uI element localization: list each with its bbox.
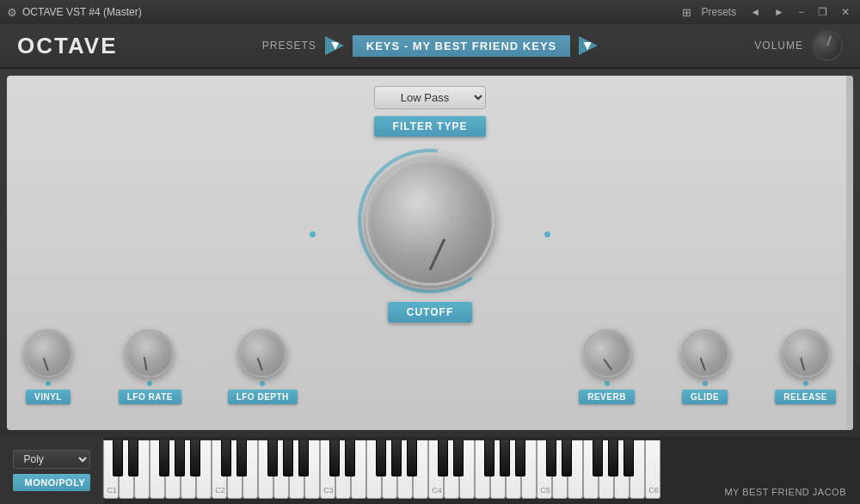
restore-button[interactable]: ❐ bbox=[814, 6, 831, 18]
piano-black-key[interactable] bbox=[267, 440, 278, 476]
dot-left bbox=[310, 231, 316, 237]
poly-select[interactable]: Poly Mono bbox=[13, 450, 90, 469]
piano-black-key[interactable] bbox=[329, 440, 340, 476]
release-knob[interactable] bbox=[779, 328, 832, 380]
piano-octave-label: C2 bbox=[212, 486, 228, 495]
title-bar-right: ⊞ Presets ◄ ► − ❐ ✕ bbox=[682, 6, 853, 19]
title-bar-left: ⚙ OCTAVE VST #4 (Master) bbox=[7, 6, 142, 19]
mono-poly-button[interactable]: MONO/POLY bbox=[13, 474, 90, 491]
vst-header: OCTAVE PRESETS ◀ KEYS - MY BEST FRIEND K… bbox=[0, 24, 860, 69]
preset-area: PRESETS ◀ KEYS - MY BEST FRIEND KEYS ▶ bbox=[224, 35, 636, 57]
piano-black-key[interactable] bbox=[298, 440, 309, 476]
glide-knob[interactable] bbox=[681, 329, 729, 378]
vst-logo: OCTAVE bbox=[17, 33, 224, 59]
lfo-depth-knob[interactable] bbox=[238, 329, 286, 378]
volume-area: VOLUME bbox=[636, 30, 843, 61]
filter-type-select[interactable]: Low Pass High Pass Band Pass bbox=[374, 86, 486, 109]
piano-octave-label: C4 bbox=[429, 486, 445, 495]
glide-led bbox=[703, 381, 708, 386]
piano-black-key[interactable] bbox=[546, 440, 556, 476]
dot-right bbox=[544, 231, 550, 237]
knob-unit-lfo-depth: LFO DEPTH bbox=[228, 329, 298, 404]
piano-black-key[interactable] bbox=[391, 440, 402, 476]
knob-unit-vinyl: VINYL bbox=[24, 329, 72, 404]
main-panel: Low Pass High Pass Band Pass FILTER TYPE… bbox=[7, 76, 853, 430]
piano-section: Poly Mono MONO/POLY C1C2C3C4C5C6 MY BEST… bbox=[0, 437, 860, 504]
vst-container: OCTAVE PRESETS ◀ KEYS - MY BEST FRIEND K… bbox=[0, 24, 860, 504]
piano-black-key[interactable] bbox=[484, 440, 494, 476]
vinyl-led bbox=[46, 381, 51, 386]
vinyl-knob[interactable] bbox=[24, 329, 72, 378]
preset-prev-button[interactable]: ◀ bbox=[325, 36, 344, 55]
piano-black-key[interactable] bbox=[624, 440, 634, 476]
piano-black-key[interactable] bbox=[608, 440, 618, 476]
piano-black-key[interactable] bbox=[593, 440, 603, 476]
reverb-knob[interactable] bbox=[577, 324, 636, 384]
title-bar: ⚙ OCTAVE VST #4 (Master) ⊞ Presets ◄ ► −… bbox=[0, 0, 860, 24]
piano-black-key[interactable] bbox=[159, 440, 169, 476]
nav-right-tb-button[interactable]: ► bbox=[771, 6, 788, 18]
piano-octave-label: C3 bbox=[321, 486, 336, 495]
presets-tb-button[interactable]: Presets bbox=[698, 6, 740, 18]
nav-left-tb-button[interactable]: ◄ bbox=[746, 6, 764, 18]
piano-black-key[interactable] bbox=[376, 440, 386, 476]
grid-icon: ⊞ bbox=[682, 6, 691, 19]
piano-black-key[interactable] bbox=[113, 440, 123, 476]
bottom-knobs: VINYL LFO RATE LFO DEPTH REVERB bbox=[7, 329, 853, 404]
preset-next-button[interactable]: ▶ bbox=[579, 36, 598, 55]
piano-octave-label: C6 bbox=[646, 486, 661, 495]
piano-black-key[interactable] bbox=[515, 440, 525, 476]
cutoff-knob[interactable] bbox=[366, 157, 494, 286]
piano-black-key[interactable] bbox=[407, 440, 417, 476]
cutoff-section: CUTOFF bbox=[353, 144, 507, 323]
piano-black-key[interactable] bbox=[283, 440, 293, 476]
cutoff-knob-container bbox=[353, 144, 507, 298]
piano-wrapper: C1C2C3C4C5C6 MY BEST FRIEND JACOB bbox=[103, 437, 860, 504]
minimize-button[interactable]: − bbox=[795, 6, 808, 18]
lfo-rate-led bbox=[147, 381, 152, 386]
preset-name: KEYS - MY BEST FRIEND KEYS bbox=[353, 35, 571, 57]
piano-black-key[interactable] bbox=[345, 440, 355, 476]
lfo-depth-led bbox=[260, 381, 265, 386]
piano-black-key[interactable] bbox=[128, 440, 138, 476]
piano-controls: Poly Mono MONO/POLY bbox=[0, 437, 103, 504]
close-button[interactable]: ✕ bbox=[838, 6, 853, 18]
preset-info: MY BEST FRIEND JACOB bbox=[724, 487, 846, 497]
volume-knob[interactable] bbox=[812, 30, 843, 61]
release-led bbox=[803, 381, 808, 386]
knob-unit-lfo-rate: LFO RATE bbox=[119, 329, 181, 404]
piano-black-key[interactable] bbox=[500, 440, 510, 476]
lfo-depth-button[interactable]: LFO DEPTH bbox=[228, 390, 298, 404]
piano-black-key[interactable] bbox=[221, 440, 231, 476]
knob-unit-release: RELEASE bbox=[775, 329, 836, 404]
filter-type-button[interactable]: FILTER TYPE bbox=[374, 116, 487, 137]
piano-black-key[interactable] bbox=[562, 440, 572, 476]
piano-white-key[interactable]: C6 bbox=[645, 440, 660, 499]
glide-button[interactable]: GLIDE bbox=[682, 390, 728, 404]
filter-section: Low Pass High Pass Band Pass FILTER TYPE bbox=[7, 86, 853, 137]
piano-octave-label: C1 bbox=[104, 486, 120, 495]
presets-label: PRESETS bbox=[262, 40, 316, 52]
lfo-rate-knob[interactable] bbox=[122, 326, 178, 382]
knob-unit-glide: GLIDE bbox=[681, 329, 729, 404]
reverb-button[interactable]: REVERB bbox=[579, 390, 635, 404]
lfo-rate-button[interactable]: LFO RATE bbox=[119, 390, 181, 404]
vinyl-button[interactable]: VINYL bbox=[26, 390, 71, 404]
piano-black-key[interactable] bbox=[453, 440, 464, 476]
volume-label: VOLUME bbox=[754, 40, 803, 52]
cutoff-button[interactable]: CUTOFF bbox=[388, 302, 472, 323]
piano-black-key[interactable] bbox=[438, 440, 448, 476]
piano-black-key[interactable] bbox=[175, 440, 185, 476]
gear-icon: ⚙ bbox=[7, 6, 17, 19]
title-bar-title: OCTAVE VST #4 (Master) bbox=[22, 6, 142, 18]
piano-black-key[interactable] bbox=[236, 440, 247, 476]
release-button[interactable]: RELEASE bbox=[775, 390, 836, 404]
piano-black-key[interactable] bbox=[190, 440, 200, 476]
piano-octave-label: C5 bbox=[538, 486, 553, 495]
reverb-led bbox=[605, 381, 610, 386]
knob-unit-reverb: REVERB bbox=[579, 329, 635, 404]
